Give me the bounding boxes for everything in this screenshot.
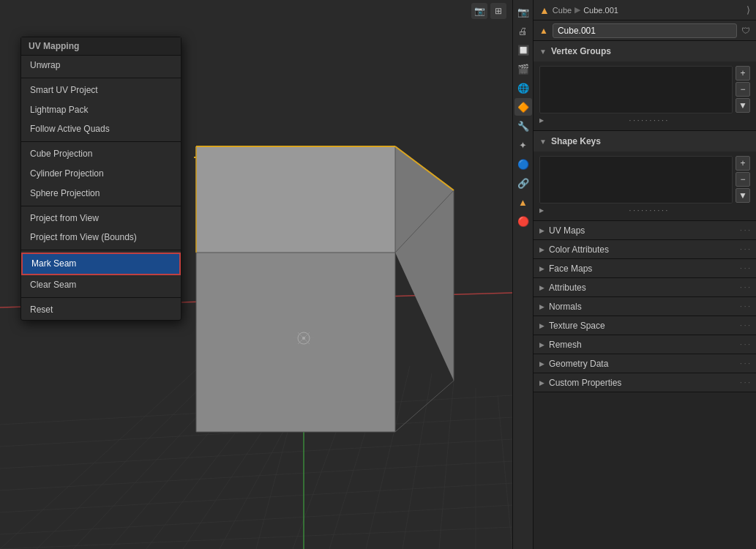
custom-properties-arrow: ▶ [539, 379, 544, 386]
vertex-groups-body: + − ▼ ▶ · · · · · · · · · · [534, 61, 756, 130]
expand-panel-icon[interactable]: ⟩ [746, 4, 750, 15]
geometry-data-arrow: ▶ [539, 360, 544, 367]
sidebar-icon-material[interactable]: 🔴 [514, 212, 532, 230]
normals-label: Normals [549, 302, 736, 312]
menu-sep-2 [21, 141, 181, 142]
shape-keys-title: Shape Keys [551, 136, 601, 146]
vertex-groups-play[interactable]: ▶ [539, 117, 544, 124]
viewport-icon-grid[interactable]: ⊞ [490, 3, 506, 19]
svg-marker-28 [196, 146, 395, 253]
sidebar-icon-particles[interactable]: ✦ [514, 136, 532, 154]
vertex-groups-dots[interactable]: · · · · · · · · · · [547, 116, 750, 124]
title-bar: ▲ Cube ▶ Cube.001 ⟩ [534, 0, 756, 20]
color-attributes-item[interactable]: ▶ Color Attributes · · · [534, 240, 756, 259]
normals-menu: · · · [740, 302, 750, 310]
menu-sep-4 [21, 250, 181, 250]
vertex-groups-expand[interactable]: ▼ [736, 98, 750, 113]
menu-item-follow-active-quads[interactable]: Follow Active Quads [21, 119, 181, 139]
vertex-groups-title: Vertex Groups [551, 46, 611, 56]
custom-properties-menu: · · · [740, 378, 750, 386]
shape-keys-expand[interactable]: ▼ [736, 188, 750, 203]
shape-keys-chevron: ▼ [539, 138, 547, 146]
menu-sep-1 [21, 78, 181, 78]
texture-space-label: Texture Space [549, 321, 736, 331]
menu-item-cube-projection[interactable]: Cube Projection [21, 144, 181, 164]
object-header: ▲ 🛡 [534, 20, 756, 41]
menu-item-cylinder-projection[interactable]: Cylinder Projection [21, 164, 181, 184]
remesh-label: Remesh [549, 340, 736, 350]
menu-item-mark-seam[interactable]: Mark Seam [21, 253, 181, 275]
face-maps-item[interactable]: ▶ Face Maps · · · [534, 259, 756, 278]
right-panel: 📷 🖨 🔲 🎬 🌐 🔶 🔧 ✦ 🔵 🔗 ▲ 🔴 ▲ Cube ▶ Cube.00… [512, 0, 756, 549]
uv-maps-label: UV Maps [549, 225, 736, 236]
sidebar-icon-scene[interactable]: 🎬 [514, 60, 532, 78]
menu-item-clear-seam[interactable]: Clear Seam [21, 275, 181, 295]
viewport-icon-camera[interactable]: 📷 [471, 3, 487, 19]
object-name-input[interactable] [553, 23, 737, 38]
uv-maps-item[interactable]: ▶ UV Maps · · · [534, 221, 756, 240]
custom-properties-item[interactable]: ▶ Custom Properties · · · [534, 373, 756, 392]
attributes-label: Attributes [549, 283, 736, 293]
vertex-groups-list [539, 66, 733, 113]
object-sub-name: Cube.001 [583, 6, 618, 15]
color-attributes-menu: · · · [740, 245, 750, 253]
shape-keys-section: ▼ Shape Keys + − ▼ ▶ · · · · · · · · · · [534, 131, 756, 221]
geometry-data-menu: · · · [740, 359, 750, 367]
menu-sep-5 [21, 297, 181, 298]
sidebar-icon-render[interactable]: 📷 [514, 3, 532, 20]
custom-properties-label: Custom Properties [549, 378, 736, 388]
menu-item-project-from-view-bounds[interactable]: Project from View (Bounds) [21, 228, 181, 247]
uv-mapping-menu: UV Mapping Unwrap Smart UV Project Light… [20, 37, 181, 321]
sidebar-icon-modifier[interactable]: 🔧 [514, 117, 532, 135]
menu-item-unwrap[interactable]: Unwrap [21, 56, 181, 75]
sidebar-icon-object-data[interactable]: ▲ [514, 193, 532, 211]
viewport-icons: 📷 ⊞ [471, 3, 506, 19]
sidebar-icon-view-layer[interactable]: 🔲 [514, 41, 532, 59]
vertex-groups-header[interactable]: ▼ Vertex Groups [534, 41, 756, 61]
menu-item-smart-uv[interactable]: Smart UV Project [21, 81, 181, 100]
attributes-item[interactable]: ▶ Attributes · · · [534, 278, 756, 297]
normals-arrow: ▶ [539, 303, 544, 310]
attributes-arrow: ▶ [539, 284, 544, 291]
sidebar-icon-output[interactable]: 🖨 [514, 22, 532, 40]
shape-keys-add[interactable]: + [736, 156, 750, 171]
remesh-menu: · · · [740, 340, 750, 348]
shape-keys-body: + − ▼ ▶ · · · · · · · · · · [534, 152, 756, 220]
remesh-arrow: ▶ [539, 341, 544, 348]
vertex-groups-section: ▼ Vertex Groups + − ▼ ▶ · · · · · · · · … [534, 41, 756, 131]
texture-space-item[interactable]: ▶ Texture Space · · · [534, 316, 756, 335]
separator: ▶ [575, 5, 580, 15]
shield-icon[interactable]: 🛡 [741, 26, 750, 36]
shape-keys-remove[interactable]: − [736, 172, 750, 187]
sidebar-icon-constraints[interactable]: 🔗 [514, 174, 532, 192]
face-maps-arrow: ▶ [539, 265, 544, 272]
uv-menu-header: UV Mapping [21, 37, 181, 56]
face-maps-menu: · · · [740, 264, 750, 272]
texture-space-menu: · · · [740, 321, 750, 329]
menu-sep-3 [21, 206, 181, 206]
menu-item-lightmap-pack[interactable]: Lightmap Pack [21, 100, 181, 120]
vertex-groups-chevron: ▼ [539, 48, 547, 56]
shape-keys-header[interactable]: ▼ Shape Keys [534, 131, 756, 152]
sidebar-icon-world[interactable]: 🌐 [514, 79, 532, 97]
menu-item-sphere-projection[interactable]: Sphere Projection [21, 184, 181, 203]
vertex-groups-remove[interactable]: − [736, 82, 750, 97]
object-type-label: Cube [553, 6, 572, 15]
shape-keys-play[interactable]: ▶ [539, 207, 544, 214]
uv-maps-arrow: ▶ [539, 227, 544, 234]
vertex-groups-add[interactable]: + [736, 66, 750, 81]
attributes-menu: · · · [740, 283, 750, 291]
svg-marker-27 [196, 253, 395, 432]
menu-item-reset[interactable]: Reset [21, 300, 181, 320]
normals-item[interactable]: ▶ Normals · · · [534, 297, 756, 316]
sidebar-icon-object[interactable]: 🔶 [514, 98, 532, 116]
shape-keys-dots[interactable]: · · · · · · · · · · [547, 206, 750, 214]
remesh-item[interactable]: ▶ Remesh · · · [534, 335, 756, 354]
sidebar-icon-physics[interactable]: 🔵 [514, 155, 532, 173]
uv-maps-menu: · · · [740, 226, 750, 234]
geometry-data-item[interactable]: ▶ Geometry Data · · · [534, 354, 756, 373]
menu-item-project-from-view[interactable]: Project from View [21, 209, 181, 228]
texture-space-arrow: ▶ [539, 322, 544, 329]
color-attributes-label: Color Attributes [549, 244, 736, 255]
shape-keys-footer: ▶ · · · · · · · · · · [539, 203, 750, 216]
